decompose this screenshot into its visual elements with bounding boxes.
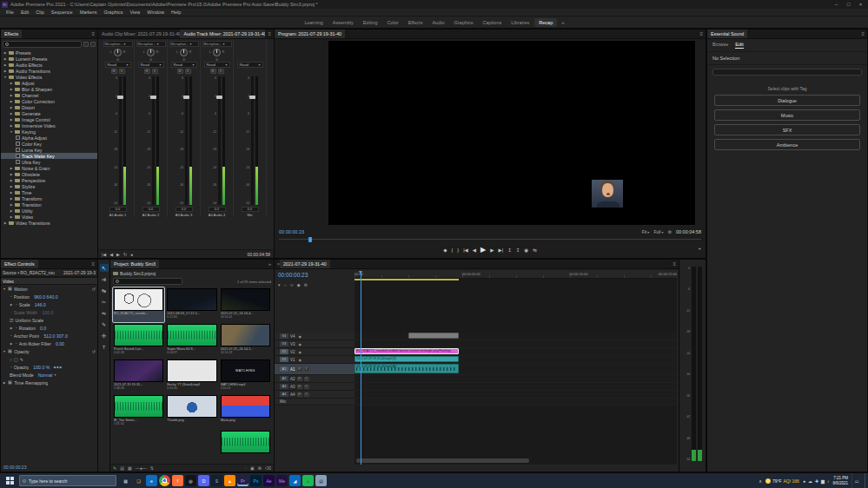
project-item-green-partial[interactable] — [220, 430, 271, 463]
tab-essential-sound[interactable]: Essential Sound — [707, 30, 747, 38]
pan-knob[interactable] — [180, 49, 188, 56]
close-button[interactable]: × — [855, 1, 866, 9]
comparison-view-button[interactable]: ⇆ — [533, 247, 537, 253]
input-select[interactable]: Microphon...▾ — [202, 41, 232, 47]
chevron-right-icon[interactable]: ▶ — [3, 57, 7, 61]
workspace-tab-recap[interactable]: Recap — [534, 18, 557, 27]
solo-button[interactable]: S — [218, 69, 224, 74]
onedrive-icon[interactable]: ☁ — [808, 478, 812, 484]
solo-button[interactable]: S — [304, 367, 309, 372]
param-opacity[interactable]: ▼fxOpacity↺ — [1, 347, 97, 355]
stopwatch-icon[interactable]: ◔ — [15, 326, 17, 330]
tag-button-sfx[interactable]: SFX — [714, 124, 860, 135]
mute-button[interactable]: M — [297, 367, 302, 372]
network-icon[interactable]: ▆ — [821, 478, 825, 484]
project-search-input[interactable] — [113, 278, 182, 285]
automation-mode-select[interactable]: Read▾ — [105, 62, 131, 68]
scrollbar-thumb[interactable] — [356, 458, 529, 463]
maximize-button[interactable]: □ — [843, 1, 854, 9]
chevron-down-icon[interactable]: ▼ — [10, 130, 13, 134]
param-value[interactable]: 960.0 640.0 — [34, 294, 57, 300]
taskbar-obs[interactable]: ◎ — [185, 475, 196, 486]
timeline-clip[interactable]: 2021-07-29 19-31-40.mp4 [V] — [354, 356, 459, 362]
pan-knob[interactable] — [114, 49, 122, 56]
taskbar-photoshop[interactable]: Ps — [250, 475, 262, 486]
solo-button[interactable]: S — [119, 69, 125, 74]
effects-tree-item-image-control[interactable]: ▶Image Control — [1, 116, 97, 122]
accelerated-effects-icon[interactable] — [83, 42, 89, 47]
tab-overflow-icon[interactable]: » — [266, 260, 274, 268]
track-header-a1[interactable]: A1A1MS — [275, 364, 354, 375]
taskbar-discord[interactable]: D — [198, 475, 209, 486]
clip-thumbnail[interactable] — [167, 324, 216, 346]
timeline-scrollbar[interactable] — [356, 458, 659, 463]
clip-thumbnail[interactable] — [114, 324, 163, 346]
icon-view[interactable]: ▦ — [128, 465, 132, 471]
volume-fader[interactable] — [152, 76, 155, 205]
chevron-right-icon[interactable]: ▶ — [10, 82, 13, 85]
input-select[interactable]: Microphon...▾ — [103, 41, 133, 47]
param-value[interactable]: 0.0 — [40, 326, 46, 331]
chevron-down-icon[interactable]: ▾ — [54, 373, 56, 377]
effects-search-input[interactable] — [3, 41, 82, 48]
automation-mode-select[interactable]: Read▾ — [138, 62, 164, 68]
chevron-right-icon[interactable]: ▶ — [10, 118, 13, 122]
project-item-punch-sound-cart[interactable]: Punch Sound Cart...0:02.38 — [113, 323, 164, 358]
subtab-edit[interactable]: Edit — [735, 42, 743, 49]
menu-graphics[interactable]: Graphics — [101, 10, 127, 15]
param-mask-tools[interactable]: ○▢✎ — [1, 355, 97, 363]
effects-tree-item-luma-key[interactable]: Luma Key — [1, 147, 97, 153]
chevron-down-icon[interactable]: ▼ — [3, 76, 7, 79]
clip-thumbnail[interactable] — [221, 288, 270, 311]
panel-menu-icon[interactable]: ≡ — [697, 30, 706, 38]
effects-tree-item-adjust[interactable]: ▶Adjust — [1, 80, 97, 86]
volume-icon[interactable]: ♪ — [827, 478, 830, 484]
volume-fader[interactable] — [119, 76, 122, 205]
lift-button[interactable]: ↥ — [507, 247, 512, 253]
timeline-clip[interactable] — [408, 333, 459, 339]
automation-mode-select[interactable]: Read▾ — [171, 62, 197, 68]
rect-mask-icon[interactable]: ▢ — [14, 357, 18, 362]
param-value[interactable]: 100.0 % — [33, 365, 50, 370]
volume-fader[interactable] — [185, 76, 188, 205]
solo-button[interactable]: S — [185, 69, 191, 74]
effects-tree-item-transition[interactable]: ▶Transition — [1, 201, 97, 208]
tab-audio-track-mixer[interactable]: Audio Track Mixer: 2021-07-29 19-31-40 — [180, 30, 265, 38]
taskbar-vlc[interactable]: ▲ — [224, 475, 235, 486]
tab-project[interactable]: Project: Buddy Sim3 — [110, 260, 159, 268]
project-item-thumb-png[interactable]: Thumb.png — [166, 394, 217, 429]
track-header-v1[interactable]: V1V1◉ — [275, 356, 354, 364]
ripple-edit-tool[interactable]: ↹ — [100, 287, 109, 294]
toggle-track-output-icon[interactable]: ◉ — [299, 342, 302, 346]
taskbar-spotify[interactable]: ♪ — [302, 475, 314, 486]
source-patch[interactable]: A1 — [280, 366, 288, 372]
pan-knob[interactable] — [147, 49, 155, 56]
taskbar-chrome[interactable] — [159, 475, 170, 486]
chevron-right-icon[interactable]: ▶ — [3, 51, 7, 55]
program-video-frame[interactable] — [328, 41, 695, 225]
effects-tree-item-noise-grain[interactable]: ▶Noise & Grain — [1, 165, 97, 171]
effects-tree-item-stylize[interactable]: ▶Stylize — [1, 183, 97, 189]
solo-button[interactable]: S — [152, 69, 158, 74]
project-item-watching-mp4[interactable]: WATCHINGWATCHING.mp40:10.01 — [220, 359, 271, 393]
project-item-ro-r2act2-rounde[interactable]: RO_R2ACT2_rounde... — [113, 287, 164, 322]
effects-tree-item-color-key[interactable]: Color Key — [1, 141, 97, 147]
project-item-2021-07-19-19-31[interactable]: 2021-07-19 19-31...1:48.08 — [113, 359, 164, 393]
mark-in-button[interactable]: { — [451, 247, 453, 253]
panel-menu-icon[interactable]: ≡ — [670, 260, 679, 268]
db-readout[interactable]: 0.0 — [209, 207, 226, 212]
effects-tree-item-utility[interactable]: ▶Utility — [1, 208, 97, 214]
snap-icon[interactable]: ∩ — [284, 282, 288, 287]
source-patch[interactable]: A4 — [280, 392, 288, 397]
time-ruler[interactable]: 00:0000:00:05:0000:00:10:0000:00:15:00 — [354, 271, 677, 279]
reset-icon[interactable]: ↺ — [92, 349, 96, 354]
stopwatch-icon[interactable]: ◔ — [15, 341, 17, 346]
track-lane-a4[interactable] — [354, 391, 677, 399]
chevron-right-icon[interactable]: ▶ — [10, 326, 13, 330]
button-editor-icon[interactable]: + — [698, 246, 701, 251]
track-lane-v4[interactable] — [354, 333, 677, 340]
playhead-menu-icon[interactable]: ▾ — [278, 282, 281, 287]
timeline-content[interactable]: 00:0000:00:05:0000:00:10:0000:00:15:00 R… — [354, 271, 677, 465]
param-video[interactable]: Video — [1, 277, 97, 285]
track-header-a3[interactable]: A3A3MS — [275, 383, 354, 391]
